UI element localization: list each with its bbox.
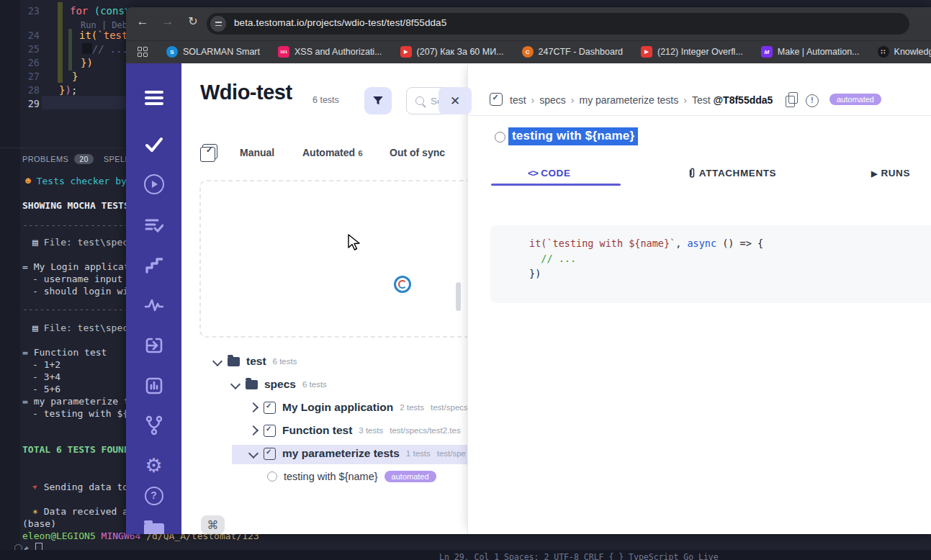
tree-row-suite[interactable]: Function test 3 tests test/specs/test2.t…: [250, 424, 461, 437]
steps-icon[interactable]: [126, 255, 181, 276]
bookmark-youtube-1[interactable]: ▶(207) Как За 60 МИ...: [400, 46, 504, 58]
tab-attachments[interactable]: ATTACHMENTS: [688, 168, 776, 179]
runs-play-icon[interactable]: [126, 173, 181, 195]
terminal-line: - should login wit: [32, 285, 134, 297]
tree-row-test-case[interactable]: testing with ${name} automated: [267, 471, 436, 482]
tab-out-of-sync[interactable]: Out of sync: [390, 147, 445, 158]
tab-automated[interactable]: Automated6: [302, 147, 363, 158]
drop-zone: [199, 180, 476, 338]
test-doc-icon: [490, 93, 503, 106]
youtube-favicon: ▶: [400, 46, 412, 58]
tab-problems[interactable]: PROBLEMS: [22, 155, 68, 163]
chevron-right-icon[interactable]: [248, 402, 258, 412]
vscode-editor[interactable]: 23 24 25 26 27 28 29 for (const Run | De…: [0, 0, 127, 148]
tree-row-test[interactable]: test 6 tests: [214, 355, 297, 368]
code-line: it(`testing with ${name}`, async () => {: [490, 225, 931, 251]
reload-icon[interactable]: ↻: [184, 14, 202, 28]
divider: [468, 115, 931, 116]
test-circle-icon: [267, 471, 277, 482]
line-number: 23: [0, 4, 40, 18]
tree-row-suite[interactable]: My Login application 2 tests test/specs: [250, 401, 468, 414]
code-line: }): [490, 266, 931, 281]
code-brackets-icon: <>: [528, 168, 538, 179]
bookmark-knowledge[interactable]: ∷Knowledge assistan...: [878, 46, 931, 58]
screen: 23 24 25 26 27 28 29 for (const Run | De…: [0, 0, 931, 560]
apps-grid-icon[interactable]: [138, 47, 148, 57]
bookmark-solarman[interactable]: SSOLARMAN Smart: [166, 46, 260, 58]
activity-pulse-icon[interactable]: [126, 294, 181, 316]
copy-icon[interactable]: [786, 96, 795, 107]
chevron-down-icon[interactable]: [230, 379, 240, 389]
site-info-icon[interactable]: [210, 16, 226, 32]
tests-check-icon[interactable]: [126, 134, 181, 155]
url-text: beta.testomat.io/projects/wdio-test/test…: [234, 17, 446, 28]
terminal-line: = Function test: [22, 346, 107, 358]
funnel-icon: [372, 94, 384, 107]
git-gutter-bar-inner: [68, 29, 72, 71]
fold-box: [82, 43, 92, 54]
loading-spinner: [394, 276, 411, 293]
bookmark-make[interactable]: MMake | Automation...: [761, 46, 860, 58]
tree-row-suite-selected[interactable]: my parameterize tests 1 tests test/spe: [250, 447, 466, 460]
menu-icon[interactable]: [126, 88, 181, 108]
browser-window: ← → ↻ beta.testomat.io/projects/wdio-tes…: [126, 7, 931, 534]
terminal-line: ✶ Data received at: [32, 505, 134, 518]
history-sync-icon[interactable]: !: [806, 94, 819, 107]
chevron-right-icon[interactable]: [248, 425, 258, 435]
smiley-emoji-icon: ☻: [25, 176, 31, 186]
ctf-favicon: C: [522, 46, 534, 58]
test-circle-icon: [495, 132, 505, 143]
line-number-active: 29: [0, 97, 40, 111]
current-line-highlight: [42, 96, 127, 109]
forward-icon[interactable]: →: [158, 14, 177, 29]
command-palette-button[interactable]: ⌘: [201, 515, 225, 534]
panel-tabs: PROBLEMS20SPELL C: [22, 154, 138, 164]
settings-gear-icon[interactable]: ⚙: [126, 455, 181, 477]
make-favicon: M: [761, 46, 773, 58]
projects-folder-icon[interactable]: [126, 521, 181, 534]
back-icon[interactable]: ←: [133, 14, 152, 29]
terminal-line: - 1+2: [32, 358, 60, 371]
filter-button[interactable]: [364, 87, 392, 114]
file-emoji-icon: ▤: [32, 322, 38, 333]
close-panel-button[interactable]: ✕: [438, 87, 472, 114]
search-icon: [415, 96, 424, 105]
tab-runs[interactable]: ▶ RUNS: [871, 168, 910, 179]
test-plans-icon[interactable]: [126, 214, 181, 236]
project-tests-count: 6 tests: [312, 95, 339, 105]
list-scrollbar-thumb[interactable]: [456, 282, 461, 311]
breadcrumb[interactable]: test›specs›my parameterize tests›Test @T…: [510, 94, 773, 106]
url-bar[interactable]: beta.testomat.io/projects/wdio-test/test…: [207, 13, 909, 35]
terminal-line: - testing with ${n: [32, 407, 134, 420]
bookmark-xss[interactable]: 101XSS and Authorizati...: [278, 46, 382, 58]
vscode-statusbar[interactable]: Ln 29, Col 1 Spaces: 2 UTF-8 CRLF { } Ty…: [0, 550, 931, 560]
help-icon[interactable]: ?: [126, 485, 181, 507]
tab-manual[interactable]: Manual: [240, 147, 274, 158]
analytics-chart-icon[interactable]: [126, 375, 181, 397]
automated-badge: automated: [384, 471, 436, 482]
terminal-line: - 5+6: [32, 383, 60, 395]
chevron-down-icon[interactable]: [248, 448, 258, 459]
terminal-line: SHOWING MOCHA TESTS: [22, 199, 130, 212]
vscode-panel: PROBLEMS20SPELL C ☻ Tests checker by SHO…: [0, 148, 127, 551]
tab-code[interactable]: <> CODE: [528, 168, 571, 179]
bulk-select-icon[interactable]: [202, 144, 217, 159]
folder-icon: [228, 357, 240, 366]
chevron-down-icon[interactable]: [212, 356, 222, 366]
test-title-selected[interactable]: testing with ${name}: [508, 127, 638, 145]
bookmark-youtube-2[interactable]: ▶(212) Integer Overfl...: [641, 46, 743, 58]
bookmark-247ctf[interactable]: C247CTF - Dashboard: [522, 46, 623, 58]
app-sidebar: ⚙ ?: [126, 63, 181, 534]
file-emoji-icon: ▤: [32, 237, 38, 248]
line-number: 25: [0, 42, 40, 56]
branches-icon[interactable]: [126, 415, 181, 436]
terminal-line: = my parameterize te: [22, 395, 135, 407]
git-gutter-bar: [58, 2, 63, 83]
testomat-page: ⚙ ? Wdio-test 6 tests Se ✕ Manual Automa…: [126, 63, 931, 534]
import-icon[interactable]: [126, 335, 181, 356]
line-number: 26: [0, 56, 40, 70]
line-number: 28: [0, 83, 40, 97]
party-emoji-icon: ✶: [32, 506, 38, 517]
tree-row-specs[interactable]: specs 6 tests: [232, 378, 327, 391]
test-id: @T8f55dda5: [713, 94, 773, 106]
